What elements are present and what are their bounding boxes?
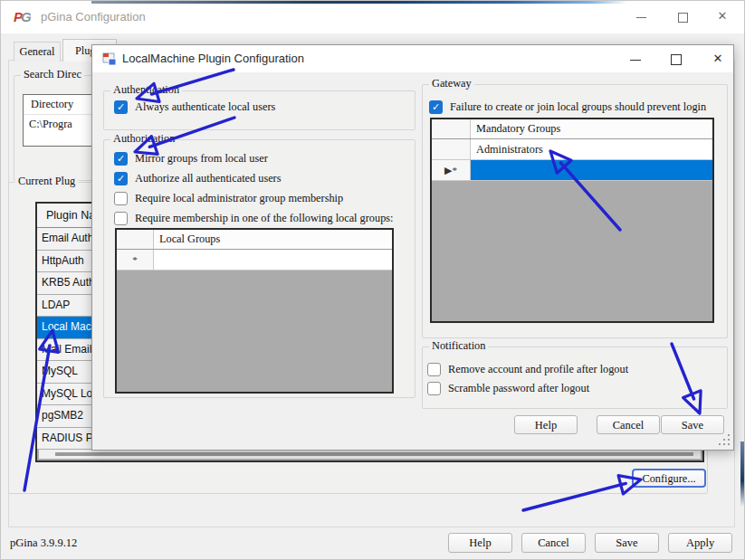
localmachine-plugin-configuration-dialog: LocalMachine Plugin Configuration ✕ Auth… xyxy=(91,44,734,451)
table-row[interactable]: ▶* xyxy=(432,160,712,181)
checkbox-row: Require membership in one of the followi… xyxy=(114,208,394,228)
version-text: pGina 3.9.9.12 xyxy=(10,536,77,550)
pgina-logo-icon: PG xyxy=(14,9,30,24)
table-header-row: Mandatory Groups xyxy=(432,119,712,139)
dialog-title: LocalMachine Plugin Configuration xyxy=(122,52,304,65)
close-icon: ✕ xyxy=(718,9,728,23)
main-titlebar: PG pGina Configuration ✕ xyxy=(1,1,745,33)
configure-button[interactable]: Configure... xyxy=(632,469,706,488)
checkbox-label: Mirror groups from local user xyxy=(135,152,268,166)
authentication-checkboxes: ✓Always authenticate local users xyxy=(114,97,275,117)
checkbox-row: Remove account and profile after logout xyxy=(427,360,628,379)
form-icon xyxy=(102,52,117,70)
checkbox-label: Scramble password after logout xyxy=(448,382,589,395)
checkbox-row: Scramble password after logout xyxy=(427,379,628,398)
checkbox-unchecked[interactable] xyxy=(427,363,441,376)
search-group-label: Search Direc xyxy=(21,68,84,81)
checkbox-row: Require local administrator group member… xyxy=(114,188,394,208)
row-header-cell xyxy=(432,119,471,138)
notification-checkboxes: Remove account and profile after logoutS… xyxy=(427,360,628,398)
notification-group-label: Notification xyxy=(429,339,488,353)
column-header-cell[interactable]: Local Groups xyxy=(154,230,392,249)
mandatory-groups-table[interactable]: Mandatory GroupsAdministrators▶* xyxy=(430,118,714,323)
checkbox-label: Failure to create or join local groups s… xyxy=(450,100,706,114)
table-row[interactable]: * xyxy=(117,250,392,271)
tab-general[interactable]: General xyxy=(14,42,61,62)
window-edge-artifact-top xyxy=(91,1,627,4)
save-button[interactable]: Save xyxy=(595,533,659,553)
resize-grip[interactable] xyxy=(719,434,731,446)
maximize-button[interactable] xyxy=(669,6,696,26)
minimize-icon xyxy=(636,17,646,18)
checkbox-checked[interactable]: ✓ xyxy=(114,152,128,166)
checkbox-label: Authorize all authenticated users xyxy=(135,172,282,185)
row-header-cell: * xyxy=(117,250,154,270)
dialog-help-button[interactable]: Help xyxy=(514,415,578,434)
minimize-button[interactable] xyxy=(627,6,654,26)
pgina-configuration-window: PG pGina Configuration ✕ General Plugin … xyxy=(0,0,745,560)
checkbox-row: ✓Authorize all authenticated users xyxy=(114,168,394,188)
row-header-cell: ▶* xyxy=(432,160,471,180)
table-row[interactable]: Administrators xyxy=(432,139,712,160)
checkbox-unchecked[interactable] xyxy=(427,382,441,395)
minimize-icon xyxy=(630,60,641,61)
window-edge-artifact-right xyxy=(740,441,745,507)
checkbox-row: ✓Failure to create or join local groups … xyxy=(429,97,706,117)
authorization-group-label: Authorization xyxy=(110,132,177,146)
checkbox-label: Require membership in one of the followi… xyxy=(135,212,394,225)
checkbox-checked[interactable]: ✓ xyxy=(429,100,443,114)
close-icon: ✕ xyxy=(713,52,723,65)
dialog-cancel-button[interactable]: Cancel xyxy=(597,415,660,434)
close-button[interactable]: ✕ xyxy=(709,6,736,26)
checkbox-label: Always authenticate local users xyxy=(135,100,275,114)
checkbox-unchecked[interactable] xyxy=(114,192,128,205)
gateway-group-label: Gateway xyxy=(429,77,474,90)
row-header-cell xyxy=(117,230,154,249)
maximize-icon xyxy=(671,54,682,65)
table-header-row: Local Groups xyxy=(117,230,392,250)
dialog-titlebar: LocalMachine Plugin Configuration ✕ xyxy=(92,45,733,72)
checkbox-row: ✓Always authenticate local users xyxy=(114,97,275,117)
checkbox-label: Require local administrator group member… xyxy=(135,192,343,205)
help-button[interactable]: Help xyxy=(448,533,512,553)
checkbox-checked[interactable]: ✓ xyxy=(114,100,128,114)
row-header-cell xyxy=(432,139,471,159)
gateway-checkboxes: ✓Failure to create or join local groups … xyxy=(429,97,706,117)
apply-button[interactable]: Apply xyxy=(668,533,732,553)
checkbox-row: ✓Mirror groups from local user xyxy=(114,148,394,168)
checkbox-checked[interactable]: ✓ xyxy=(114,172,128,185)
plugin-table-horizontal-scrollbar[interactable] xyxy=(39,450,701,459)
dialog-maximize-button[interactable] xyxy=(663,50,690,68)
checkbox-label: Remove account and profile after logout xyxy=(448,363,628,376)
dialog-close-button[interactable]: ✕ xyxy=(704,50,731,68)
table-cell[interactable]: Administrators xyxy=(471,139,712,159)
checkbox-unchecked[interactable] xyxy=(114,212,128,225)
window-title: pGina Configuration xyxy=(41,10,146,24)
current-plugins-label: Current Plug xyxy=(15,175,78,188)
local-groups-table[interactable]: Local Groups* xyxy=(115,228,394,394)
authorization-checkboxes: ✓Mirror groups from local user✓Authorize… xyxy=(114,148,394,228)
authentication-group-label: Authentication xyxy=(110,83,182,97)
maximize-icon xyxy=(678,13,688,23)
scrollbar-thumb[interactable] xyxy=(55,452,693,456)
column-header-cell[interactable]: Mandatory Groups xyxy=(471,119,712,138)
dialog-save-button[interactable]: Save xyxy=(661,415,724,434)
table-cell[interactable] xyxy=(154,250,392,270)
table-cell[interactable] xyxy=(471,160,712,180)
cancel-button[interactable]: Cancel xyxy=(521,533,586,553)
dialog-minimize-button[interactable] xyxy=(622,50,649,68)
